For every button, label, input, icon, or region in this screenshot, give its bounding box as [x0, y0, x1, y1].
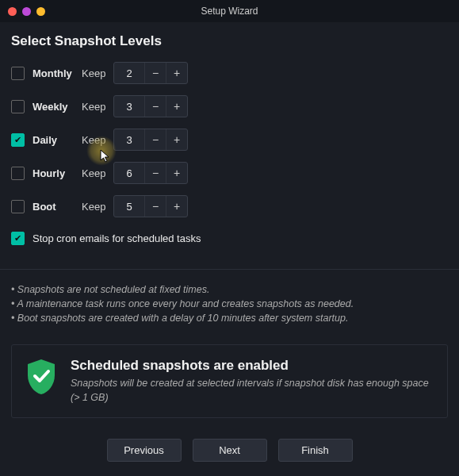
maximize-icon[interactable]: [36, 7, 45, 16]
option-row: ✔ Stop cron emails for scheduled tasks: [11, 232, 448, 245]
minus-icon[interactable]: −: [144, 129, 166, 150]
level-row: ✔HourlyKeep6−+: [11, 162, 448, 184]
level-label: Hourly: [33, 167, 82, 179]
level-checkbox-monthly[interactable]: ✔: [11, 67, 25, 80]
keep-value: 3: [114, 101, 144, 113]
level-row: ✔MonthlyKeep2−+: [11, 62, 448, 84]
keep-spinner-weekly[interactable]: 3−+: [113, 95, 188, 117]
level-label: Weekly: [33, 101, 82, 113]
keep-value: 5: [114, 201, 144, 213]
minus-icon[interactable]: −: [144, 63, 166, 83]
button-bar: Previous Next Finish: [11, 439, 448, 462]
close-icon[interactable]: [8, 7, 17, 16]
keep-spinner-daily[interactable]: 3−+: [113, 129, 188, 151]
finish-button[interactable]: Finish: [278, 439, 353, 462]
minus-icon[interactable]: −: [144, 96, 166, 117]
stop-cron-emails-checkbox[interactable]: ✔: [11, 232, 25, 245]
check-icon: ✔: [14, 234, 21, 243]
level-checkbox-boot[interactable]: ✔: [11, 200, 25, 213]
level-label: Boot: [33, 201, 82, 213]
level-label: Daily: [33, 134, 82, 146]
window-controls: [0, 7, 45, 16]
level-checkbox-hourly[interactable]: ✔: [11, 167, 25, 180]
shield-icon: [25, 358, 58, 396]
level-row: ✔BootKeep5−+: [11, 195, 448, 217]
status-box: Scheduled snapshots are enabled Snapshot…: [11, 344, 448, 418]
separator: [0, 269, 459, 270]
info-text: • Snapshots are not scheduled at fixed t…: [11, 282, 448, 325]
minimize-icon[interactable]: [22, 7, 31, 16]
keep-value: 6: [114, 167, 144, 179]
plus-icon[interactable]: +: [166, 196, 187, 217]
plus-icon[interactable]: +: [166, 96, 187, 117]
status-description: Snapshots will be created at selected in…: [71, 377, 434, 405]
previous-button[interactable]: Previous: [107, 439, 182, 462]
plus-icon[interactable]: +: [166, 163, 187, 183]
keep-value: 3: [114, 134, 144, 146]
level-checkbox-weekly[interactable]: ✔: [11, 100, 25, 113]
keep-spinner-boot[interactable]: 5−+: [113, 195, 188, 217]
next-button[interactable]: Next: [193, 439, 267, 462]
plus-icon[interactable]: +: [166, 63, 187, 83]
keep-value: 2: [114, 67, 144, 79]
page-title: Select Snapshot Levels: [11, 33, 448, 49]
minus-icon[interactable]: −: [144, 196, 166, 217]
plus-icon[interactable]: +: [166, 129, 187, 150]
window-title: Setup Wizard: [0, 6, 459, 17]
keep-spinner-hourly[interactable]: 6−+: [113, 162, 188, 184]
snapshot-levels-list: ✔MonthlyKeep2−+✔WeeklyKeep3−+✔DailyKeep3…: [11, 62, 448, 217]
status-title: Scheduled snapshots are enabled: [71, 358, 434, 374]
keep-label: Keep: [82, 167, 113, 179]
keep-label: Keep: [82, 134, 113, 146]
titlebar: Setup Wizard: [0, 0, 459, 22]
stop-cron-emails-label: Stop cron emails for scheduled tasks: [33, 232, 201, 244]
level-row: ✔DailyKeep3−+: [11, 129, 448, 151]
keep-spinner-monthly[interactable]: 2−+: [113, 62, 188, 84]
level-row: ✔WeeklyKeep3−+: [11, 95, 448, 117]
check-icon: ✔: [14, 136, 21, 144]
keep-label: Keep: [82, 101, 113, 113]
minus-icon[interactable]: −: [144, 163, 166, 183]
keep-label: Keep: [82, 201, 113, 213]
level-label: Monthly: [33, 67, 82, 79]
level-checkbox-daily[interactable]: ✔: [11, 133, 25, 147]
keep-label: Keep: [82, 67, 113, 79]
